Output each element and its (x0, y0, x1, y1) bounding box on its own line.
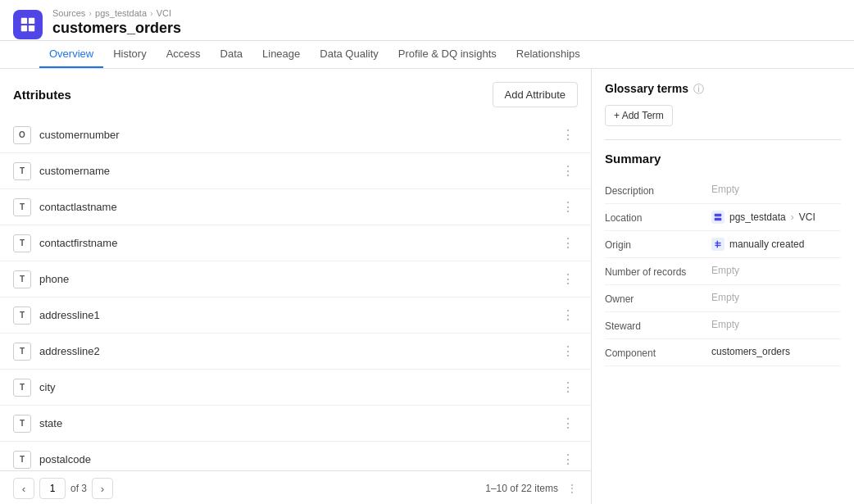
header: Sources › pgs_testdata › VCI customers_o… (0, 0, 854, 41)
add-attribute-button[interactable]: Add Attribute (493, 82, 578, 107)
breadcrumb-sep-1: › (89, 8, 92, 18)
summary-row: Origin manually created (605, 231, 841, 258)
summary-value: Empty (711, 184, 841, 195)
svg-rect-1 (29, 17, 34, 23)
table-row: T contactfirstname ⋮ (0, 225, 591, 261)
page-of-label: of 3 (70, 483, 87, 494)
summary-label: Owner (605, 292, 711, 305)
attributes-panel: Attributes Add Attribute O customernumbe… (0, 69, 592, 504)
summary-divider (605, 139, 841, 140)
attr-menu-button[interactable]: ⋮ (558, 450, 578, 469)
attr-type-badge: T (13, 415, 31, 433)
attributes-title: Attributes (13, 88, 71, 102)
tab-data-quality[interactable]: Data Quality (310, 41, 388, 68)
tab-overview[interactable]: Overview (39, 41, 103, 68)
tab-access[interactable]: Access (157, 41, 211, 68)
summary-label: Description (605, 184, 711, 197)
attr-name: addressline1 (39, 309, 558, 321)
main-content: Attributes Add Attribute O customernumbe… (0, 69, 854, 504)
page-range-info: 1–10 of 22 items (485, 483, 558, 494)
summary-label: Location (605, 211, 711, 224)
summary-value: customers_orders (711, 346, 841, 357)
summary-label: Number of records (605, 265, 711, 278)
attr-name: city (39, 381, 558, 393)
location-sep: › (791, 211, 794, 223)
location-schema: VCI (799, 211, 815, 223)
attr-menu-button[interactable]: ⋮ (558, 414, 578, 433)
breadcrumb-sources[interactable]: Sources (52, 8, 85, 18)
table-row: T city ⋮ (0, 370, 591, 406)
attr-menu-button[interactable]: ⋮ (558, 161, 578, 180)
summary-row: Location pgs_testdata › VCI (605, 204, 841, 231)
summary-label: Origin (605, 238, 711, 251)
attr-type-badge: T (13, 198, 31, 216)
summary-row: Component customers_orders (605, 339, 841, 366)
svg-rect-8 (717, 241, 718, 248)
origin-text: manually created (729, 238, 804, 250)
attr-menu-button[interactable]: ⋮ (558, 270, 578, 288)
attr-name: postalcode (39, 453, 558, 465)
tab-history[interactable]: History (103, 41, 156, 68)
attr-menu-button[interactable]: ⋮ (558, 234, 578, 252)
attr-type-badge: O (13, 126, 31, 144)
table-row: T customername ⋮ (0, 153, 591, 189)
table-row: T phone ⋮ (0, 261, 591, 297)
glossary-header: Glossary terms ⓘ (605, 82, 841, 95)
right-panel: Glossary terms ⓘ + Add Term Summary Desc… (592, 69, 854, 504)
svg-rect-4 (715, 214, 722, 217)
summary-row: Owner Empty (605, 285, 841, 312)
location-db-icon (711, 211, 725, 224)
attr-menu-button[interactable]: ⋮ (558, 125, 578, 144)
svg-rect-2 (21, 25, 27, 30)
summary-row: Steward Empty (605, 312, 841, 339)
attr-name: customername (39, 165, 558, 177)
attr-type-badge: T (13, 162, 31, 180)
summary-label: Component (605, 346, 711, 359)
attr-menu-button[interactable]: ⋮ (558, 342, 578, 361)
add-term-button[interactable]: + Add Term (605, 105, 673, 126)
table-row: T addressline1 ⋮ (0, 297, 591, 334)
table-row: T state ⋮ (0, 406, 591, 442)
page-input[interactable] (39, 478, 66, 499)
pagination: ‹ of 3 › 1–10 of 22 items ⋮ (0, 470, 591, 504)
chevron-right-icon: › (101, 483, 104, 495)
attr-name: state (39, 417, 558, 429)
glossary-title: Glossary terms (605, 82, 688, 95)
breadcrumb-sep-2: › (150, 8, 153, 18)
info-icon[interactable]: ⓘ (693, 82, 706, 95)
attr-menu-button[interactable]: ⋮ (558, 198, 578, 216)
svg-rect-3 (29, 25, 34, 30)
breadcrumb-pgs[interactable]: pgs_testdata (95, 8, 147, 18)
attr-type-badge: T (13, 379, 31, 397)
pagination-menu-button[interactable]: ⋮ (566, 482, 578, 495)
summary-row: Number of records Empty (605, 258, 841, 285)
attr-type-badge: T (13, 270, 31, 288)
tabs: OverviewHistoryAccessDataLineageData Qua… (39, 41, 854, 68)
attr-name: customernumber (39, 129, 558, 141)
origin-icon (711, 238, 725, 251)
chevron-left-icon: ‹ (22, 483, 25, 495)
breadcrumb: Sources › pgs_testdata › VCI (52, 8, 841, 18)
table-row: T postalcode ⋮ (0, 442, 591, 470)
app-logo (13, 10, 43, 39)
tab-relationships[interactable]: Relationships (506, 41, 590, 68)
tab-profile-dq[interactable]: Profile & DQ insights (388, 41, 506, 68)
tab-data[interactable]: Data (211, 41, 252, 68)
attr-name: addressline2 (39, 345, 558, 357)
attr-type-badge: T (13, 234, 31, 252)
attributes-header: Attributes Add Attribute (0, 69, 591, 117)
breadcrumb-vci[interactable]: VCI (157, 8, 171, 18)
attr-menu-button[interactable]: ⋮ (558, 306, 578, 325)
tab-lineage[interactable]: Lineage (252, 41, 310, 68)
svg-rect-5 (715, 218, 722, 221)
title-area: Sources › pgs_testdata › VCI customers_o… (52, 8, 841, 40)
location-text: pgs_testdata (729, 211, 786, 223)
prev-page-button[interactable]: ‹ (13, 478, 34, 499)
attributes-list: O customernumber ⋮ T customername ⋮ T co… (0, 117, 591, 470)
next-page-button[interactable]: › (92, 478, 113, 499)
attr-menu-button[interactable]: ⋮ (558, 378, 578, 397)
attr-name: contactfirstname (39, 237, 558, 249)
attr-type-badge: T (13, 451, 31, 469)
summary-title: Summary (605, 152, 841, 166)
page-title: customers_orders (52, 20, 841, 37)
